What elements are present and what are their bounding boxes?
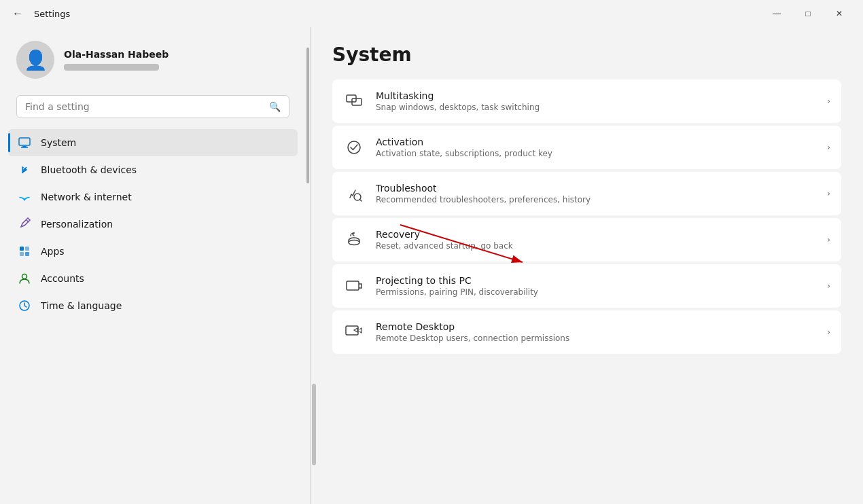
sidebar-item-bluetooth[interactable]: Bluetooth & devices [8,156,298,183]
sidebar-item-personalization[interactable]: Personalization [8,211,298,238]
svg-rect-7 [25,252,29,256]
svg-point-8 [22,274,27,279]
settings-list: Multitasking Snap windows, desktops, tas… [332,79,841,354]
settings-item-multitasking[interactable]: Multitasking Snap windows, desktops, tas… [332,79,841,123]
chevron-right-icon-multitasking: › [827,96,830,106]
recovery-icon [343,229,365,251]
chevron-right-icon-recovery: › [827,235,830,245]
sidebar-item-time[interactable]: Time & language [8,292,298,319]
sidebar-item-accounts[interactable]: Accounts [8,265,298,292]
system-icon [18,136,31,149]
search-container: 🔍 [0,90,306,129]
settings-item-title-remote-desktop: Remote Desktop [376,321,816,332]
time-icon [18,299,31,312]
activation-icon [343,137,365,158]
troubleshoot-icon [343,183,365,204]
settings-item-title-troubleshoot: Troubleshoot [376,183,816,194]
settings-item-text-projecting: Projecting to this PC Permissions, pairi… [376,275,816,297]
sidebar-item-label-personalization: Personalization [41,219,113,230]
settings-item-troubleshoot[interactable]: Troubleshoot Recommended troubleshooters… [332,172,841,215]
svg-rect-4 [20,247,24,251]
settings-item-projecting[interactable]: Projecting to this PC Permissions, pairi… [332,264,841,308]
settings-item-desc-remote-desktop: Remote Desktop users, connection permiss… [376,334,816,343]
settings-item-desc-activation: Activation state, subscriptions, product… [376,149,816,158]
settings-item-desc-recovery: Reset, advanced startup, go back [376,241,816,251]
settings-item-title-activation: Activation [376,137,816,147]
user-email-bar [64,64,159,71]
titlebar: ← Settings — □ ✕ [0,0,863,27]
settings-item-remote-desktop[interactable]: Remote Desktop Remote Desktop users, con… [332,310,841,354]
sidebar-item-network[interactable]: Network & internet [8,183,298,211]
user-section: 👤 Ola-Hassan Habeeb [0,27,306,90]
personalization-icon [18,217,31,231]
chevron-right-icon-activation: › [827,143,830,152]
svg-rect-6 [20,252,24,256]
settings-item-text-troubleshoot: Troubleshoot Recommended troubleshooters… [376,183,816,204]
content-wrapper: System Multitasking Snap windows, deskto… [311,27,863,504]
settings-item-desc-projecting: Permissions, pairing PIN, discoverabilit… [376,287,816,297]
sidebar-scrollbar-thumb [306,48,309,183]
remote-desktop-icon [343,321,365,343]
multitasking-icon [343,90,365,112]
titlebar-controls: — □ ✕ [761,3,855,24]
sidebar-item-apps[interactable]: Apps [8,238,298,265]
chevron-right-icon-projecting: › [827,281,830,291]
svg-rect-17 [346,326,358,335]
sidebar-item-label-time: Time & language [41,300,122,311]
main-content: System Multitasking Snap windows, deskto… [311,27,863,370]
titlebar-left: ← Settings [8,5,70,22]
network-icon [18,190,31,204]
close-button[interactable]: ✕ [824,3,855,24]
chevron-right-icon-troubleshoot: › [827,189,830,198]
svg-rect-0 [19,138,30,145]
settings-item-desc-troubleshoot: Recommended troubleshooters, preferences… [376,195,816,204]
accounts-icon [18,272,31,285]
sidebar-item-system[interactable]: System [8,129,298,156]
avatar: 👤 [16,41,54,79]
main-scrollbar[interactable] [311,370,317,479]
settings-item-title-multitasking: Multitasking [376,90,816,101]
user-info: Ola-Hassan Habeeb [64,49,169,71]
sidebar-item-label-system: System [41,137,76,148]
settings-item-title-recovery: Recovery [376,229,816,240]
search-box[interactable]: 🔍 [16,95,289,118]
bluetooth-icon [18,163,31,177]
user-name: Ola-Hassan Habeeb [64,49,169,60]
sidebar-item-label-bluetooth: Bluetooth & devices [41,164,137,175]
page-title: System [332,43,841,66]
svg-point-14 [349,240,359,245]
settings-item-recovery[interactable]: Recovery Reset, advanced startup, go bac… [332,218,841,262]
projecting-icon [343,275,365,297]
settings-item-activation[interactable]: Activation Activation state, subscriptio… [332,126,841,169]
search-input[interactable] [25,101,264,112]
apps-icon [18,245,31,258]
svg-point-3 [24,200,25,201]
avatar-icon: 👤 [24,49,48,71]
settings-item-text-multitasking: Multitasking Snap windows, desktops, tas… [376,90,816,112]
sidebar: 👤 Ola-Hassan Habeeb 🔍 [0,27,306,504]
svg-rect-5 [25,247,29,251]
chevron-right-icon-remote-desktop: › [827,327,830,337]
main-scrollbar-thumb [312,384,316,465]
settings-item-text-remote-desktop: Remote Desktop Remote Desktop users, con… [376,321,816,343]
maximize-button[interactable]: □ [792,3,824,24]
settings-item-desc-multitasking: Snap windows, desktops, task switching [376,103,816,112]
back-button[interactable]: ← [8,5,27,22]
app-container: 👤 Ola-Hassan Habeeb 🔍 [0,27,863,504]
search-icon[interactable]: 🔍 [269,101,281,112]
minimize-button[interactable]: — [761,3,792,24]
titlebar-title: Settings [34,9,70,19]
sidebar-item-label-apps: Apps [41,246,65,257]
settings-item-text-activation: Activation Activation state, subscriptio… [376,137,816,158]
settings-item-text-recovery: Recovery Reset, advanced startup, go bac… [376,229,816,251]
sidebar-item-label-network: Network & internet [41,192,132,202]
nav-list: System Bluetooth & devices [0,129,306,319]
sidebar-item-label-accounts: Accounts [41,273,84,284]
svg-rect-16 [347,281,359,290]
svg-point-12 [348,141,360,154]
settings-item-title-projecting: Projecting to this PC [376,275,816,286]
